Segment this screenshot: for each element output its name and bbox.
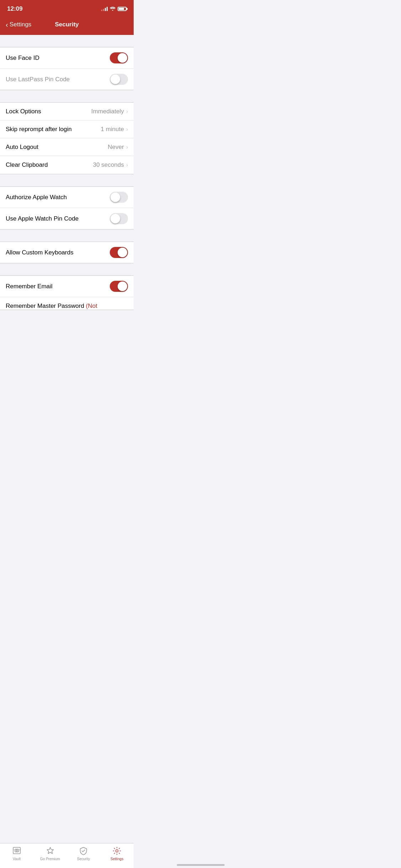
remember-master-partial: Remember Master Password (Not [0, 297, 134, 310]
biometric-section: Use Face ID Use LastPass Pin Code [0, 47, 134, 90]
use-apple-watch-pin-row[interactable]: Use Apple Watch Pin Code [0, 208, 134, 229]
section-gap-3 [0, 174, 134, 186]
remember-email-row[interactable]: Remember Email [0, 276, 134, 297]
page-title: Security [55, 21, 79, 28]
allow-custom-keyboards-toggle[interactable] [110, 247, 128, 258]
lock-options-row[interactable]: Lock Options Immediately › [0, 103, 134, 120]
apple-watch-section: Authorize Apple Watch Use Apple Watch Pi… [0, 186, 134, 229]
nav-bar: ‹ Settings Security [0, 16, 134, 35]
chevron-right-icon-4: › [126, 162, 128, 168]
use-lastpass-pin-label: Use LastPass Pin Code [6, 76, 70, 83]
remember-master-password-row[interactable]: Remember Master Password (Not [0, 297, 134, 310]
back-label: Settings [10, 21, 31, 28]
svg-point-0 [112, 10, 113, 11]
lock-options-label: Lock Options [6, 108, 41, 115]
clear-clipboard-row[interactable]: Clear Clipboard 30 seconds › [0, 156, 134, 174]
clear-clipboard-value: 30 seconds [93, 161, 124, 169]
wifi-icon [110, 6, 115, 12]
auto-logout-right: Never › [108, 144, 128, 151]
use-lastpass-pin-toggle[interactable] [110, 74, 128, 85]
status-time: 12:09 [7, 5, 22, 12]
toggle-thumb-2 [110, 74, 120, 84]
use-face-id-toggle[interactable] [110, 52, 128, 63]
remember-master-password-value: (Not [86, 303, 97, 309]
use-lastpass-pin-row[interactable]: Use LastPass Pin Code [0, 69, 134, 90]
main-content: Use Face ID Use LastPass Pin Code Lock O… [0, 35, 134, 346]
use-face-id-row[interactable]: Use Face ID [0, 47, 134, 69]
chevron-right-icon-3: › [126, 144, 128, 150]
authorize-apple-watch-toggle[interactable] [110, 192, 128, 203]
remember-email-toggle[interactable] [110, 281, 128, 292]
chevron-right-icon-2: › [126, 126, 128, 133]
status-icons [101, 6, 127, 12]
allow-custom-keyboards-row[interactable]: Allow Custom Keyboards [0, 242, 134, 263]
lock-options-right: Immediately › [91, 108, 128, 115]
authorize-apple-watch-row[interactable]: Authorize Apple Watch [0, 187, 134, 208]
skip-reprompt-label: Skip reprompt after login [6, 126, 72, 133]
signal-icon [101, 7, 108, 11]
remember-master-password-label: Remember Master Password (Not [6, 303, 97, 310]
lock-options-value: Immediately [91, 108, 124, 115]
use-face-id-label: Use Face ID [6, 55, 39, 62]
keyboard-section: Allow Custom Keyboards [0, 242, 134, 263]
toggle-thumb [118, 53, 127, 63]
clear-clipboard-label: Clear Clipboard [6, 161, 48, 169]
back-button[interactable]: ‹ Settings [6, 21, 31, 28]
remember-email-label: Remember Email [6, 283, 52, 290]
remember-section: Remember Email Remember Master Password … [0, 275, 134, 310]
section-gap-2 [0, 90, 134, 102]
use-apple-watch-pin-toggle[interactable] [110, 213, 128, 224]
allow-custom-keyboards-label: Allow Custom Keyboards [6, 249, 73, 256]
chevron-right-icon: › [126, 108, 128, 115]
toggle-thumb-6 [118, 281, 127, 291]
auto-logout-row[interactable]: Auto Logout Never › [0, 138, 134, 156]
authorize-apple-watch-label: Authorize Apple Watch [6, 194, 67, 201]
skip-reprompt-right: 1 minute › [101, 126, 128, 133]
toggle-thumb-3 [110, 192, 120, 202]
clear-clipboard-right: 30 seconds › [93, 161, 128, 169]
section-gap-4 [0, 229, 134, 242]
battery-icon [118, 7, 127, 11]
section-gap-1 [0, 35, 134, 47]
lock-options-section: Lock Options Immediately › Skip reprompt… [0, 102, 134, 174]
status-bar: 12:09 [0, 0, 134, 16]
section-gap-5 [0, 263, 134, 275]
skip-reprompt-row[interactable]: Skip reprompt after login 1 minute › [0, 120, 134, 138]
toggle-thumb-5 [118, 248, 127, 257]
back-chevron-icon: ‹ [6, 21, 8, 28]
auto-logout-label: Auto Logout [6, 144, 38, 151]
auto-logout-value: Never [108, 144, 124, 151]
skip-reprompt-value: 1 minute [101, 126, 124, 133]
use-apple-watch-pin-label: Use Apple Watch Pin Code [6, 215, 78, 222]
toggle-thumb-4 [110, 214, 120, 223]
